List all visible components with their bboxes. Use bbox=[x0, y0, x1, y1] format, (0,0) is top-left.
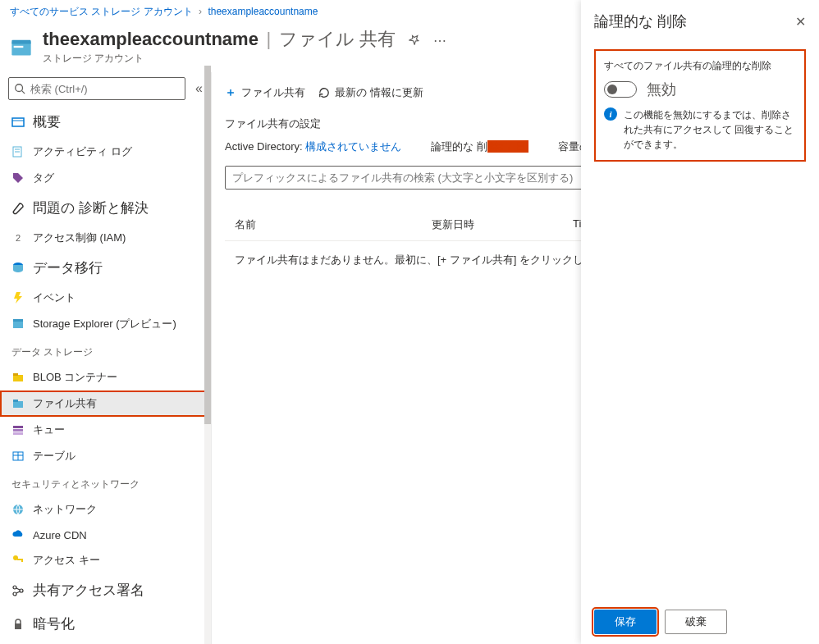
sidebar-item-overview[interactable]: 概要 bbox=[0, 105, 211, 139]
activity-log-icon bbox=[11, 145, 25, 158]
svg-rect-13 bbox=[13, 375, 23, 381]
sidebar-item-cdn[interactable]: Azure CDN bbox=[0, 523, 211, 547]
sidebar-label: ファイル共有 bbox=[33, 396, 97, 411]
svg-rect-16 bbox=[13, 400, 18, 402]
network-icon bbox=[11, 503, 25, 516]
svg-rect-19 bbox=[13, 432, 23, 435]
panel-title: 論理的な 削除 bbox=[594, 11, 687, 31]
sidebar-label: テーブル bbox=[33, 449, 75, 464]
svg-rect-12 bbox=[13, 319, 23, 322]
panel-info-text: この機能を無効にするまでは、削除された共有にアクセスして 回復することができます… bbox=[624, 107, 796, 152]
svg-rect-18 bbox=[13, 429, 23, 432]
toolbar-add-label: ファイル共有 bbox=[241, 85, 305, 100]
svg-line-4 bbox=[22, 91, 25, 94]
softdelete-value: 除: 7 日 bbox=[487, 140, 528, 153]
data-migration-icon bbox=[11, 262, 25, 275]
sidebar-item-tags[interactable]: タグ bbox=[0, 165, 211, 191]
sidebar-label: イベント bbox=[33, 290, 75, 305]
add-file-share-button[interactable]: ＋ ファイル共有 bbox=[225, 85, 305, 100]
info-icon: i bbox=[604, 107, 617, 121]
sidebar-item-storage-explorer[interactable]: Storage Explorer (プレビュー) bbox=[0, 311, 211, 337]
sidebar-scrollbar[interactable] bbox=[204, 66, 211, 644]
sidebar-item-file-shares[interactable]: ファイル共有 bbox=[0, 391, 211, 417]
sidebar-label: 暗号化 bbox=[33, 614, 75, 633]
lock-icon bbox=[11, 618, 25, 631]
panel-card-label: すべてのファイル共有の論理的な削除 bbox=[604, 59, 796, 73]
panel-card: すべてのファイル共有の論理的な削除 無効 i この機能を無効にするまでは、削除さ… bbox=[594, 49, 806, 162]
sidebar-label: アクセス キー bbox=[33, 553, 100, 568]
sidebar-item-queues[interactable]: キュー bbox=[0, 417, 211, 443]
sidebar-item-blob[interactable]: BLOB コンテナー bbox=[0, 364, 211, 391]
diagnose-icon bbox=[11, 202, 25, 215]
file-share-icon bbox=[11, 397, 25, 410]
save-button[interactable]: 保存 bbox=[594, 610, 657, 634]
sidebar-label: データ移行 bbox=[33, 258, 103, 277]
sidebar-label: Azure CDN bbox=[33, 529, 87, 541]
svg-rect-1 bbox=[11, 39, 30, 43]
refresh-icon bbox=[318, 87, 330, 98]
iam-prefix: 2 bbox=[11, 231, 25, 244]
close-icon[interactable]: ✕ bbox=[795, 14, 806, 30]
soft-delete-panel: 論理的な 削除 ✕ すべてのファイル共有の論理的な削除 無効 i この機能を無効… bbox=[581, 0, 819, 644]
sidebar-label: BLOB コンテナー bbox=[33, 370, 117, 385]
ad-value-link[interactable]: 構成されていません bbox=[305, 140, 401, 153]
more-icon[interactable]: ⋯ bbox=[433, 34, 446, 48]
plus-icon: ＋ bbox=[225, 85, 236, 100]
breadcrumb-all-services[interactable]: すべてのサービス bbox=[10, 6, 89, 17]
svg-rect-0 bbox=[11, 42, 30, 55]
storage-explorer-icon bbox=[11, 317, 25, 331]
col-modified[interactable]: 更新日時 bbox=[432, 217, 474, 232]
collapse-sidebar-icon[interactable]: « bbox=[195, 81, 203, 96]
svg-rect-17 bbox=[13, 426, 23, 428]
search-icon bbox=[14, 83, 25, 94]
breadcrumb-account[interactable]: theexampleaccountname bbox=[208, 6, 318, 17]
sidebar-label: 共有アクセス署名 bbox=[33, 581, 144, 600]
sidebar-label: ネットワーク bbox=[33, 502, 97, 517]
svg-point-29 bbox=[20, 589, 23, 592]
sidebar-item-security[interactable]: セキュリティ bbox=[0, 641, 211, 644]
svg-rect-33 bbox=[15, 623, 21, 629]
sidebar-item-sas[interactable]: 共有アクセス署名 bbox=[0, 573, 211, 607]
breadcrumb-storage-accounts[interactable]: ストレージ アカウント bbox=[91, 6, 192, 17]
sidebar-item-networking[interactable]: ネットワーク bbox=[0, 496, 211, 523]
svg-point-28 bbox=[13, 586, 16, 589]
svg-point-30 bbox=[13, 592, 16, 596]
svg-point-3 bbox=[16, 84, 23, 92]
key-icon bbox=[11, 554, 25, 567]
queue-icon bbox=[11, 423, 25, 436]
storage-account-icon bbox=[10, 35, 33, 58]
sidebar-item-encryption[interactable]: 暗号化 bbox=[0, 607, 211, 641]
sidebar-label: アクセス制御 (IAM) bbox=[33, 231, 126, 245]
svg-rect-27 bbox=[21, 559, 23, 562]
resource-type: ストレージ アカウント bbox=[43, 52, 446, 66]
refresh-button[interactable]: 最新の 情報に更新 bbox=[318, 85, 423, 100]
tag-icon bbox=[11, 171, 25, 185]
table-icon bbox=[11, 450, 25, 463]
overview-icon bbox=[11, 116, 25, 129]
sidebar-search[interactable] bbox=[8, 77, 185, 100]
sidebar-label: 概要 bbox=[33, 112, 61, 131]
discard-button[interactable]: 破棄 bbox=[665, 610, 727, 634]
sidebar-search-input[interactable] bbox=[30, 83, 180, 95]
cdn-icon bbox=[11, 528, 25, 541]
svg-rect-15 bbox=[13, 401, 23, 408]
sidebar-item-access-keys[interactable]: アクセス キー bbox=[0, 547, 211, 573]
sidebar-item-events[interactable]: イベント bbox=[0, 285, 211, 311]
pin-icon[interactable] bbox=[409, 34, 423, 48]
events-icon bbox=[11, 291, 25, 304]
svg-rect-14 bbox=[13, 373, 18, 376]
soft-delete-toggle[interactable] bbox=[604, 81, 637, 98]
toggle-state-label: 無効 bbox=[647, 80, 676, 99]
sidebar-label: Storage Explorer (プレビュー) bbox=[33, 317, 176, 331]
sidebar-item-activity-log[interactable]: アクティビティ ログ bbox=[0, 139, 211, 165]
sidebar-section-storage: データ ストレージ bbox=[0, 337, 211, 364]
sidebar-item-tables[interactable]: テーブル bbox=[0, 443, 211, 469]
sas-icon bbox=[11, 584, 25, 597]
sidebar-item-diagnose[interactable]: 問題の 診断と解決 bbox=[0, 191, 211, 225]
sidebar-item-iam[interactable]: 2 アクセス制御 (IAM) bbox=[0, 225, 211, 251]
col-name[interactable]: 名前 bbox=[235, 217, 333, 232]
sidebar-item-data-migration[interactable]: データ移行 bbox=[0, 251, 211, 285]
toolbar-refresh-label: 最新の 情報に更新 bbox=[335, 85, 423, 100]
sidebar: « 概要 アクティビティ ログ タグ 問題の 診断と解決 2 アクセス制御 (I… bbox=[0, 72, 212, 644]
blob-icon bbox=[11, 371, 25, 384]
